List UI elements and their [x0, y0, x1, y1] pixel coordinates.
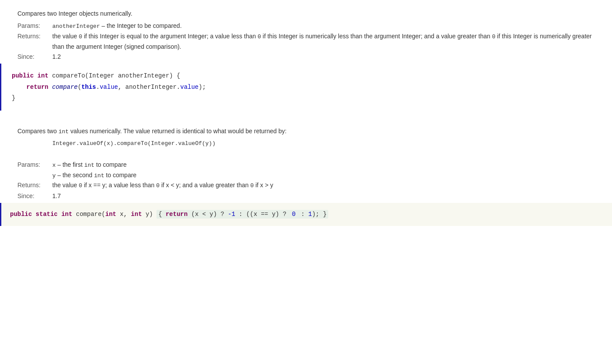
- param-row-y: y – the second int to compare: [17, 170, 595, 181]
- param-x-separator: –: [58, 161, 63, 168]
- param-name: anotherInteger: [52, 23, 100, 30]
- param-row-x: Params: x – the first int to compare: [17, 160, 595, 170]
- compareto-params: Params: anotherInteger – the Integer to …: [17, 21, 595, 31]
- param-y-content: y – the second int to compare: [52, 170, 595, 181]
- compareto-doc-block: Compares two Integer objects numerically…: [0, 0, 612, 64]
- param-desc: the Integer to be compared.: [107, 22, 182, 29]
- compare-returns-text: the value 0 if x == y; a value less than…: [52, 180, 595, 191]
- compare-doc-block: Compares two int values numerically. The…: [0, 118, 612, 203]
- compareto-summary: Compares two Integer objects numerically…: [17, 9, 595, 18]
- param-x-content: x – the first int to compare: [52, 160, 595, 170]
- param-y-name: y: [52, 172, 56, 179]
- compare-since-label: Since:: [17, 192, 52, 199]
- compare-summary: Compares two int values numerically. The…: [17, 126, 595, 137]
- compare-since: Since: 1.7: [17, 192, 595, 199]
- param-x-desc: the first int to compare: [62, 161, 126, 168]
- compare-returns-label: Returns:: [17, 180, 52, 191]
- params-label-x: Params:: [17, 160, 52, 170]
- page-container: Compares two Integer objects numerically…: [0, 0, 612, 226]
- compareto-returns: Returns: the value 0 if this Integer is …: [17, 31, 595, 51]
- param-y-separator: –: [58, 172, 63, 179]
- compare-returns: Returns: the value 0 if x == y; a value …: [17, 180, 595, 191]
- compareto-code-block: public int compareTo(Integer anotherInte…: [0, 64, 612, 111]
- since-label: Since:: [17, 53, 52, 60]
- param-separator: –: [102, 22, 107, 29]
- param-row-anotherInteger: Params: anotherInteger – the Integer to …: [17, 21, 595, 31]
- compareto-since: Since: 1.2: [17, 53, 595, 60]
- param-anotherInteger-content: anotherInteger – the Integer to be compa…: [52, 21, 595, 31]
- compare-params: Params: x – the first int to compare y –…: [17, 160, 595, 181]
- param-y-desc: the second int to compare: [62, 172, 136, 179]
- compare-since-value: 1.7: [52, 192, 61, 199]
- compare-code-block: public static int compare(int x, int y) …: [0, 203, 612, 226]
- param-x-name: x: [52, 162, 56, 169]
- returns-label: Returns:: [17, 31, 52, 51]
- returns-text: the value 0 if this Integer is equal to …: [52, 31, 595, 51]
- params-label-y: [17, 170, 52, 181]
- params-label: Params:: [17, 21, 52, 31]
- compare-code-example: Integer.valueOf(x).compareTo(Integer.val…: [52, 140, 595, 147]
- since-value: 1.2: [52, 53, 61, 60]
